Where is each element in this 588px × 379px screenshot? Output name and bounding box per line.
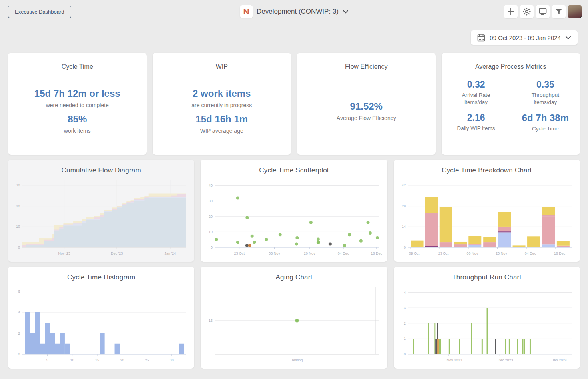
svg-text:40: 40 xyxy=(209,184,213,188)
aging-chart-card[interactable]: Aging Chart 16Testing xyxy=(201,267,387,369)
svg-text:Nov '23: Nov '23 xyxy=(58,251,70,255)
throughput-run-chart[interactable]: 01234Nov 2023Dec 2023Jan 2024 xyxy=(397,284,577,364)
chart-title: Aging Chart xyxy=(201,273,387,281)
svg-text:20 Nov: 20 Nov xyxy=(304,251,315,255)
svg-text:20: 20 xyxy=(209,215,213,219)
svg-text:28: 28 xyxy=(402,204,406,208)
cycle-time-percentile: 85% xyxy=(8,114,147,125)
svg-text:0: 0 xyxy=(18,352,20,356)
chart-title: Throughput Run Chart xyxy=(394,273,580,281)
svg-text:18 Dec: 18 Dec xyxy=(554,251,566,255)
daily-wip-label: Daily WIP items xyxy=(454,125,498,132)
throughput-metric: 0.35 Throughput items/day xyxy=(511,79,580,106)
svg-text:Dec 2023: Dec 2023 xyxy=(498,358,513,362)
chart-title: Cumulative Flow Diagram xyxy=(8,166,194,174)
svg-text:23 Oct: 23 Oct xyxy=(438,251,448,255)
wip-card[interactable]: WIP 2 work items are currently in progre… xyxy=(153,53,291,155)
cycle-time-card[interactable]: Cycle Time 15d 7h 12m or less were neede… xyxy=(8,53,147,155)
charts-row-1: Cumulative Flow Diagram 0102030Nov '23De… xyxy=(0,155,588,262)
svg-text:4: 4 xyxy=(404,291,406,295)
board-selector[interactable]: N Development (CONWIP: 3) xyxy=(240,5,348,18)
top-bar: Executive Dashboard N Development (CONWI… xyxy=(0,0,588,23)
svg-text:42: 42 xyxy=(402,183,406,187)
cycle-time-percentile-caption: work items xyxy=(8,128,147,134)
chart-title: Cycle Time Breakdown Chart xyxy=(394,166,580,174)
avg-cycle-time-label: Cycle Time xyxy=(523,125,568,132)
card-title: Cycle Time xyxy=(8,63,147,70)
user-avatar[interactable] xyxy=(568,5,582,18)
date-row: 09 Oct 2023 - 09 Jan 2024 xyxy=(0,23,588,48)
svg-text:18 Dec: 18 Dec xyxy=(371,251,383,255)
filter-button[interactable] xyxy=(552,5,566,18)
cumulative-flow-diagram-card[interactable]: Cumulative Flow Diagram 0102030Nov '23De… xyxy=(8,160,194,262)
svg-text:09 Oct: 09 Oct xyxy=(409,251,419,255)
metrics-grid: 0.32 Arrival Rate items/day 0.35 Through… xyxy=(442,79,580,133)
cycle-time-histogram-card[interactable]: Cycle Time Histogram 024651015202530 xyxy=(8,267,194,369)
wip-age-caption: WIP average age xyxy=(153,128,291,134)
cycle-time-scatterplot-card[interactable]: Cycle Time Scatterplot 01020304023 Oct06… xyxy=(201,160,387,262)
svg-text:3: 3 xyxy=(404,306,406,310)
chart-title: Cycle Time Scatterplot xyxy=(201,166,387,174)
charts-row-2: Cycle Time Histogram 024651015202530 Agi… xyxy=(0,262,588,369)
add-button[interactable] xyxy=(504,5,518,18)
svg-text:0: 0 xyxy=(404,352,406,356)
svg-text:2: 2 xyxy=(18,331,20,335)
average-process-metrics-card[interactable]: Average Process Metrics 0.32 Arrival Rat… xyxy=(442,53,580,155)
flow-efficiency-caption: Average Flow Efficiency xyxy=(297,115,436,121)
summary-cards-row: Cycle Time 15d 7h 12m or less were neede… xyxy=(0,48,588,155)
throughput-label: Throughput items/day xyxy=(523,92,568,106)
cycle-time-breakdown-chart[interactable]: 014284209 Oct23 Oct06 Nov20 Nov04 Dec18 … xyxy=(397,177,577,257)
settings-button[interactable] xyxy=(520,5,534,18)
cycle-time-scatterplot-chart[interactable]: 01020304023 Oct06 Nov20 Nov04 Dec18 Dec xyxy=(204,177,384,257)
arrival-rate-value: 0.32 xyxy=(442,79,511,90)
svg-text:14: 14 xyxy=(402,225,406,229)
chart-title: Cycle Time Histogram xyxy=(8,273,194,281)
plus-icon xyxy=(507,8,514,15)
display-button[interactable] xyxy=(536,5,550,18)
cycle-time-breakdown-card[interactable]: Cycle Time Breakdown Chart 014284209 Oct… xyxy=(394,160,580,262)
avatar-dropdown-indicator xyxy=(579,16,582,18)
daily-wip-value: 2.16 xyxy=(442,112,511,123)
svg-text:16: 16 xyxy=(209,319,213,323)
svg-text:5: 5 xyxy=(46,358,48,362)
svg-text:20: 20 xyxy=(120,358,124,362)
svg-text:10: 10 xyxy=(16,225,20,229)
cycle-time-caption: were needed to complete xyxy=(8,102,147,108)
board-name: Development (CONWIP: 3) xyxy=(257,8,339,16)
throughput-run-chart-card[interactable]: Throughput Run Chart 01234Nov 2023Dec 20… xyxy=(394,267,580,369)
svg-text:23 Oct: 23 Oct xyxy=(234,251,245,255)
chevron-down-icon xyxy=(343,10,348,14)
svg-text:06 Nov: 06 Nov xyxy=(269,251,281,255)
topbar-actions xyxy=(504,5,582,18)
svg-text:06 Nov: 06 Nov xyxy=(466,251,478,255)
flow-efficiency-card[interactable]: Flow Efficiency 91.52% Average Flow Effi… xyxy=(297,53,436,155)
avg-cycle-time-metric: 6d 7h 38m Cycle Time xyxy=(511,112,580,132)
svg-text:30: 30 xyxy=(170,358,174,362)
executive-dashboard-button[interactable]: Executive Dashboard xyxy=(8,6,71,18)
svg-text:1: 1 xyxy=(404,337,406,341)
svg-text:25: 25 xyxy=(145,358,149,362)
svg-text:Testing: Testing xyxy=(291,358,303,362)
svg-text:0: 0 xyxy=(18,245,20,249)
svg-text:Nov 2023: Nov 2023 xyxy=(446,358,462,362)
card-title: Flow Efficiency xyxy=(297,63,436,70)
svg-text:0: 0 xyxy=(211,245,213,249)
cumulative-flow-diagram-chart[interactable]: 0102030Nov '23Dec '23Jan '24 xyxy=(11,177,191,257)
avg-cycle-time-value: 6d 7h 38m xyxy=(511,112,580,124)
svg-text:2: 2 xyxy=(404,321,406,325)
daily-wip-metric: 2.16 Daily WIP items xyxy=(442,112,511,132)
gear-icon xyxy=(523,8,531,16)
date-range-picker[interactable]: 09 Oct 2023 - 09 Jan 2024 xyxy=(471,30,578,45)
cycle-time-histogram-chart[interactable]: 024651015202530 xyxy=(11,284,191,364)
monitor-icon xyxy=(539,8,547,16)
svg-text:30: 30 xyxy=(16,183,20,187)
cycle-time-value: 15d 7h 12m or less xyxy=(8,88,147,99)
date-range-label: 09 Oct 2023 - 09 Jan 2024 xyxy=(490,34,561,41)
wip-caption: are currently in progress xyxy=(153,102,291,108)
svg-text:20 Nov: 20 Nov xyxy=(496,251,507,255)
aging-chart[interactable]: 16Testing xyxy=(204,284,384,364)
calendar-icon xyxy=(477,34,485,42)
svg-text:4: 4 xyxy=(18,310,20,314)
arrival-rate-label: Arrival Rate items/day xyxy=(454,92,498,106)
svg-text:15: 15 xyxy=(95,358,99,362)
